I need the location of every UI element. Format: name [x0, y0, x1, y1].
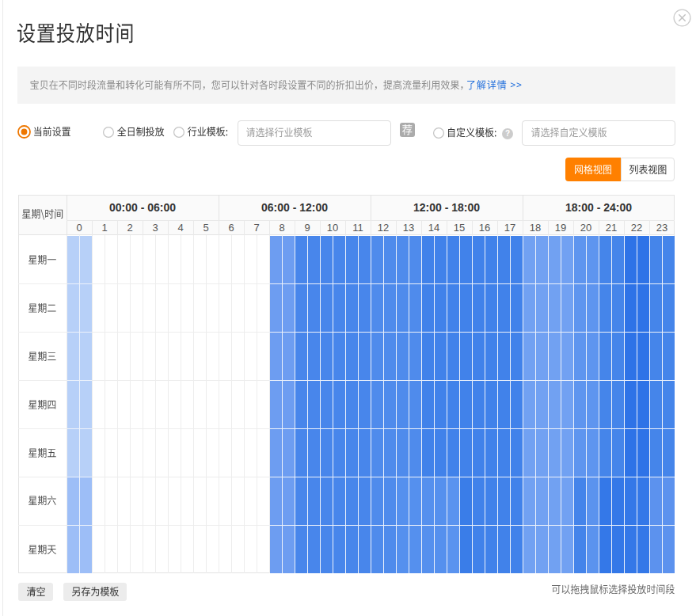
svg-text:?: ?	[505, 129, 510, 138]
